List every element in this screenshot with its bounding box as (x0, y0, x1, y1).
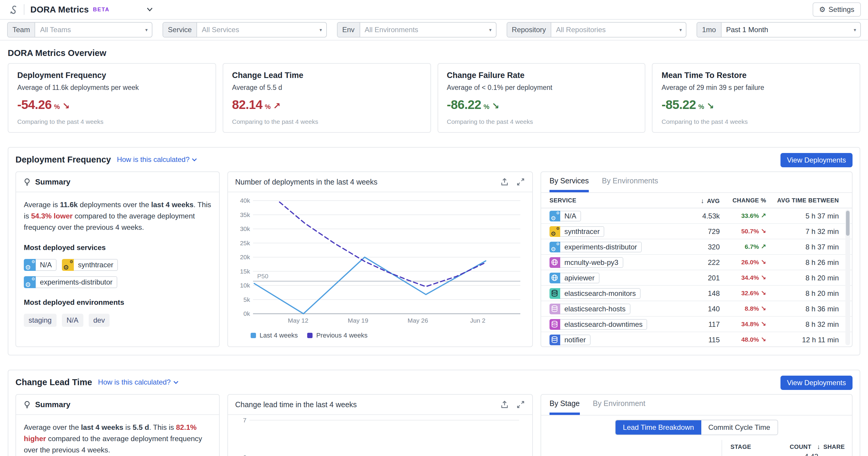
caret-down-icon: ▾ (854, 27, 856, 32)
view-deployments-button[interactable]: View Deployments (780, 376, 852, 390)
filter-value: All Services (197, 26, 320, 34)
table-row[interactable]: elasticsearch-downtimes11734.8% ↘8 h 32 … (541, 317, 852, 332)
table-row[interactable]: ⚙⚙synthtracer72950.7% ↘7 h 32 min (541, 224, 852, 239)
caret-down-icon: ▾ (320, 27, 322, 32)
settings-button[interactable]: ⚙ Settings (813, 2, 861, 17)
col-service[interactable]: SERVICE (550, 197, 680, 204)
time-cell: 8 h 20 min (766, 289, 839, 297)
expand-icon[interactable] (516, 400, 525, 409)
legend-item[interactable]: Previous 4 weeks (307, 332, 367, 339)
toggle-lead-time-breakdown[interactable]: Lead Time Breakdown (616, 420, 701, 434)
service-chip[interactable]: ⚙⚙experiments-distributor (24, 276, 117, 288)
export-icon[interactable] (500, 400, 509, 409)
trend-up-icon: ↗ (761, 212, 766, 219)
service-chip[interactable]: ⚙⚙N/A (24, 259, 57, 271)
tab-by-services[interactable]: By Services (550, 177, 589, 192)
table-row[interactable]: elasticsearch-monitors14832.6% ↘8 h 20 m… (541, 286, 852, 301)
filter-repository[interactable]: RepositoryAll Repositories▾ (506, 22, 686, 37)
overview-card[interactable]: Deployment FrequencyAverage of 11.6k dep… (8, 63, 216, 133)
legend-label: Previous 4 weeks (316, 332, 367, 339)
trend-number: -86.22 (447, 98, 481, 112)
scrollbar-track[interactable] (845, 210, 850, 345)
summary-segment: deployments over the (78, 201, 151, 209)
summary-segment: last 4 weeks (81, 423, 123, 432)
col-stage[interactable]: STAGE (731, 443, 775, 450)
env-chip[interactable]: N/A (62, 313, 83, 327)
svg-text:Jun 2: Jun 2 (470, 317, 485, 324)
section-title: Deployment Frequency (16, 155, 111, 164)
service-cell: apiviewer (550, 272, 680, 283)
page-title: DORA Metrics (30, 5, 89, 14)
time-range-picker[interactable]: 1mo Past 1 Month ▾ (696, 22, 861, 37)
filter-value: All Environments (360, 26, 489, 34)
service-name: experiments-distributor (560, 241, 642, 252)
how-calculated-link[interactable]: How is this calculated? (117, 155, 197, 164)
overview-card[interactable]: Change Lead TimeAverage of 5.5 d82.14%↗C… (223, 63, 431, 133)
table-row[interactable]: mcnulty-web-py322226.0% ↘8 h 26 min (541, 255, 852, 270)
legend-swatch (307, 332, 313, 338)
trend-unit: % (54, 103, 60, 110)
trend-down-icon: ↘ (761, 289, 766, 297)
lead-time-chart-plot[interactable]: 76P50s (228, 415, 532, 456)
overview-card[interactable]: Change Failure RateAverage of < 0.1% per… (437, 63, 646, 133)
service-cell: ⚙⚙synthtracer (550, 226, 680, 237)
change-cell: 34.8% ↘ (720, 320, 766, 328)
service-cell: elasticsearch-monitors (550, 288, 680, 299)
svg-text:25k: 25k (240, 240, 250, 246)
table-row[interactable]: elasticsearch-hosts1408.8% ↘8 h 36 min (541, 301, 852, 317)
service-cell: notifier (550, 334, 680, 345)
col-avg-time-between[interactable]: AVG TIME BETWEEN (766, 197, 839, 204)
summary-segment: Average over the (24, 423, 81, 432)
chart-legend: Last 4 weeksPrevious 4 weeks (228, 330, 532, 339)
filter-team[interactable]: TeamAll Teams▾ (7, 22, 152, 37)
gears-icon: ⚙⚙ (24, 259, 36, 271)
export-icon[interactable] (500, 177, 509, 186)
database-icon (550, 334, 560, 345)
toggle-commit-cycle-time[interactable]: Commit Cycle Time (701, 420, 777, 434)
dora-app-icon (7, 4, 19, 16)
view-deployments-button[interactable]: View Deployments (780, 153, 852, 167)
col-change[interactable]: CHANGE % (720, 197, 766, 204)
tab-by-environments[interactable]: By Environments (602, 177, 658, 192)
how-calculated-link[interactable]: How is this calculated? (98, 378, 178, 386)
expand-icon[interactable] (516, 177, 525, 186)
filter-env[interactable]: EnvAll Environments▾ (337, 22, 497, 37)
table-row[interactable]: ⚙⚙experiments-distributor3206.7% ↗8 h 37… (541, 239, 852, 255)
tab-by-stage[interactable]: By Stage (550, 399, 580, 415)
avg-cell: 117 (680, 320, 720, 328)
svg-text:May 26: May 26 (407, 317, 428, 324)
service-chip[interactable]: ⚙⚙synthtracer (62, 259, 118, 271)
table-row[interactable]: ⚙⚙N/A4.53k33.6% ↗5 h 37 min (541, 208, 852, 224)
summary-header: Summary (35, 400, 70, 409)
card-footnote: Comparing to the past 4 weeks (232, 118, 422, 125)
col-share[interactable]: ↓ SHARE (811, 443, 845, 450)
gear-icon: ⚙ (819, 6, 826, 13)
svg-text:10k: 10k (240, 282, 250, 289)
df-breakdown-panel: By ServicesBy Environments SERVICE ↓ AVG… (540, 172, 852, 347)
time-cell: 8 h 37 min (766, 243, 839, 251)
deployments-chart-plot[interactable]: 0k5k10k15k20k25k30k35k40kP50May 12May 19… (228, 192, 532, 330)
legend-item[interactable]: Last 4 weeks (251, 332, 298, 339)
card-trend-value: -54.26%↘ (17, 98, 207, 112)
time-cell: 5 h 37 min (766, 212, 839, 220)
overview-card[interactable]: Mean Time To RestoreAverage of 29 min 39… (652, 63, 861, 133)
service-chip-label: experiments-distributor (36, 276, 117, 288)
table-row[interactable]: time_to_deploy4.43 days32.0 % (722, 453, 852, 456)
scrollbar-thumb[interactable] (846, 211, 849, 236)
trend-unit: % (698, 103, 704, 110)
filter-service[interactable]: ServiceAll Services▾ (162, 22, 327, 37)
trend-down-icon: ↘ (62, 101, 70, 110)
col-count[interactable]: COUNT (775, 443, 811, 450)
filter-label: Team (8, 23, 35, 37)
how-calculated-label: How is this calculated? (98, 378, 170, 386)
env-chip[interactable]: staging (24, 313, 56, 327)
chevron-down-icon[interactable] (147, 7, 153, 12)
col-avg[interactable]: ↓ AVG (680, 197, 720, 204)
tab-by-environment[interactable]: By Environment (593, 399, 645, 415)
time-cell: 7 h 32 min (766, 227, 839, 236)
table-row[interactable]: apiviewer20134.4% ↘8 h 20 min (541, 270, 852, 286)
trend-unit: % (484, 103, 490, 110)
time-cell: 8 h 36 min (766, 304, 839, 313)
table-row[interactable]: notifier11548.0% ↘12 h 11 min (541, 332, 852, 346)
env-chip[interactable]: dev (88, 313, 110, 327)
